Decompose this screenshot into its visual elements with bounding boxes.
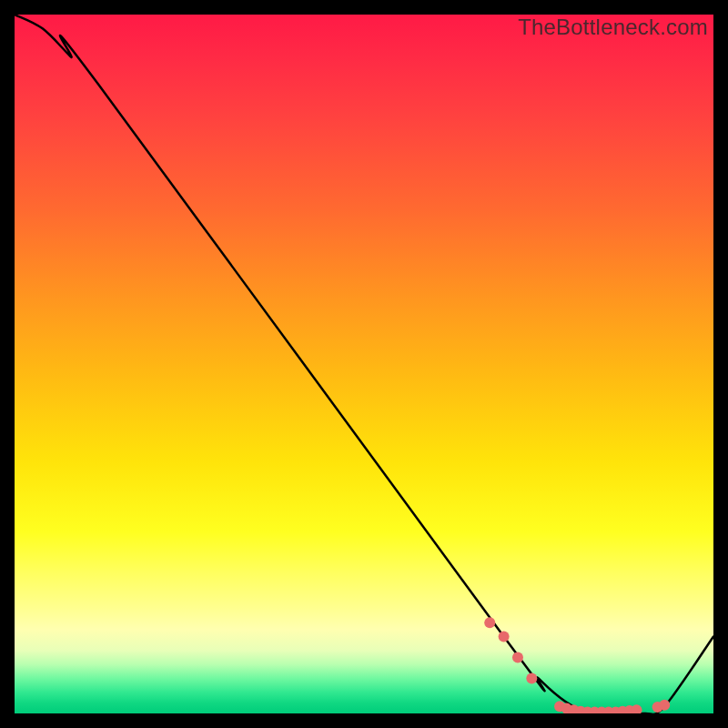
chart-frame: TheBottleneck.com	[0, 0, 728, 728]
chart-svg	[15, 15, 713, 713]
marker-dot	[659, 700, 670, 711]
marker-dot	[568, 704, 579, 713]
marker-dot	[561, 703, 572, 713]
marker-dot	[652, 702, 663, 713]
marker-dot	[624, 705, 635, 713]
marker-dot	[596, 706, 607, 713]
watermark-text: TheBottleneck.com	[518, 15, 708, 40]
marker-dot	[512, 652, 523, 663]
marker-dot	[575, 706, 586, 713]
marker-dot	[610, 706, 621, 713]
marker-dots	[484, 617, 670, 713]
marker-dot	[582, 706, 593, 713]
plot-area: TheBottleneck.com	[15, 15, 713, 713]
marker-dot	[499, 632, 510, 642]
marker-dot	[632, 704, 642, 713]
marker-dot	[554, 701, 565, 712]
marker-dot	[526, 673, 537, 684]
curve-line	[15, 15, 713, 713]
marker-dot	[484, 617, 495, 628]
marker-dot	[617, 706, 628, 713]
marker-dot	[589, 706, 600, 713]
marker-dot	[603, 706, 614, 713]
